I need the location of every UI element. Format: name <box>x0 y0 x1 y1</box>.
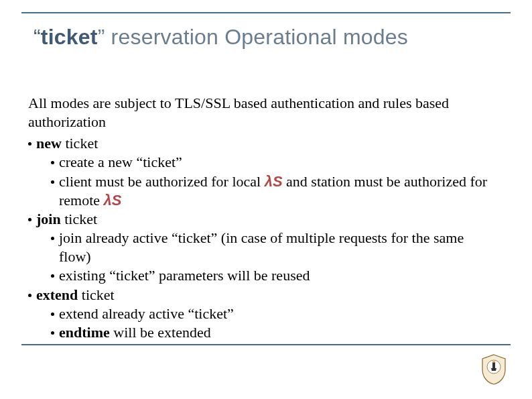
bottom-rule <box>21 344 511 345</box>
subitem: client must be authorized for local λS a… <box>28 172 498 210</box>
item-label-rest: ticket <box>78 286 114 303</box>
subitem-text: will be extended <box>110 324 211 341</box>
university-seal-icon <box>480 353 508 386</box>
item-new-ticket: new ticket <box>28 134 498 153</box>
title-quote-open: “ <box>34 25 41 49</box>
svg-rect-1 <box>492 363 495 368</box>
title-quote-close: ” <box>98 25 105 49</box>
subitem-text: create a new “ticket” <box>59 154 182 170</box>
intro-text: All modes are subject to TLS/SSL based a… <box>28 94 498 131</box>
item-label-rest: ticket <box>62 135 98 152</box>
lambda-s: λS <box>104 192 122 209</box>
slide: “ticket” reservation Operational modes A… <box>0 0 532 399</box>
item-label-bold: join <box>36 211 61 227</box>
item-extend-ticket: extend ticket <box>28 286 498 304</box>
slide-title: “ticket” reservation Operational modes <box>34 25 408 49</box>
item-label-rest: ticket <box>61 211 97 227</box>
item-join-ticket: join ticket <box>28 210 498 229</box>
subitem-text-a: client must be authorized for local <box>59 173 265 190</box>
subitem: extend already active “ticket” <box>28 304 498 323</box>
title-word-ticket: ticket <box>41 25 98 49</box>
item-label-bold: new <box>36 135 62 152</box>
lambda-s: λS <box>265 173 283 190</box>
item-label-bold: extend <box>36 286 78 303</box>
subitem-text: join already active “ticket” (in case of… <box>59 229 464 265</box>
slide-body: All modes are subject to TLS/SSL based a… <box>28 94 498 342</box>
title-rest: reservation Operational modes <box>105 25 408 49</box>
subitem: existing “ticket” parameters will be reu… <box>28 266 498 285</box>
subitem: endtime will be extended <box>28 323 498 342</box>
subitem: join already active “ticket” (in case of… <box>28 229 498 266</box>
subitem: create a new “ticket” <box>28 153 498 172</box>
subitem-text: existing “ticket” parameters will be reu… <box>59 267 310 284</box>
subitem-text: extend already active “ticket” <box>59 305 234 322</box>
subitem-bold: endtime <box>59 324 110 341</box>
top-rule <box>21 12 511 13</box>
